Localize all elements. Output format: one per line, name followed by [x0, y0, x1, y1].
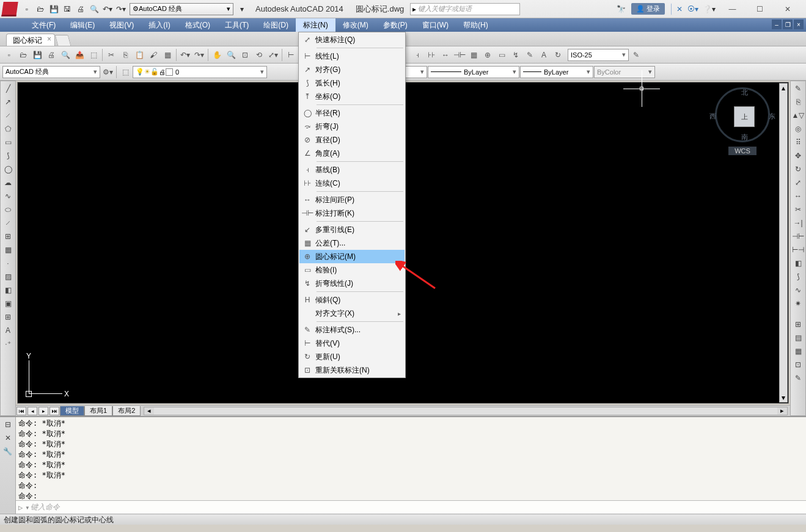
rotate-icon[interactable]: ↻: [791, 163, 805, 175]
lineweight-combo[interactable]: ByLayer ▾: [520, 66, 593, 78]
tb-cut-icon[interactable]: ✂: [104, 48, 118, 62]
menu-window[interactable]: 窗口(W): [415, 18, 456, 32]
menu-view[interactable]: 视图(V): [102, 18, 141, 32]
mirror-icon[interactable]: ▲▽: [791, 109, 805, 122]
menu-item[interactable]: ◯半径(R): [299, 106, 405, 120]
tab-next-icon[interactable]: ▸: [38, 407, 48, 415]
menu-item[interactable]: H倾斜(Q): [299, 293, 405, 307]
extend-icon[interactable]: →|: [791, 217, 805, 229]
minimize-button[interactable]: —: [719, 3, 746, 15]
menu-item[interactable]: ▦公差(T)...: [299, 236, 405, 250]
saveas-icon[interactable]: 🖫: [61, 3, 73, 15]
scroll-right-icon[interactable]: ▸: [777, 407, 787, 415]
dim-linear-icon[interactable]: ⊢: [284, 48, 298, 62]
dimstyle-combo[interactable]: ISO-25 ▾: [568, 49, 629, 61]
scale-icon[interactable]: ⤢: [791, 177, 805, 189]
menu-item[interactable]: ⟆弧长(H): [299, 76, 405, 90]
tb-block-icon[interactable]: ▦: [161, 48, 174, 62]
menu-item[interactable]: ⊡重新关联标注(N): [299, 363, 405, 377]
tb-zoomwin-icon[interactable]: ⊡: [238, 48, 252, 62]
layout-tab-2[interactable]: 布局2: [112, 406, 141, 416]
props-icon[interactable]: ⊞: [791, 318, 805, 330]
dim-update-icon[interactable]: ↻: [551, 48, 565, 62]
scroll-up-icon[interactable]: ▴: [780, 84, 787, 92]
menu-item[interactable]: ⤒坐标(O): [299, 90, 405, 103]
block-icon[interactable]: ▦: [1, 244, 15, 256]
dim-space-icon[interactable]: ↔: [439, 48, 452, 62]
menu-item[interactable]: ↗对齐(G): [299, 63, 405, 76]
tb-paste-icon[interactable]: 📋: [133, 48, 146, 62]
document-tab[interactable]: 圆心标记 ×: [6, 34, 55, 46]
markup-icon[interactable]: ✎: [791, 372, 805, 384]
mtext-icon[interactable]: A: [1, 324, 15, 337]
vertical-scrollbar[interactable]: ▴ ▾: [779, 83, 788, 403]
circle-icon[interactable]: ◯: [1, 163, 15, 175]
tb-preview-icon[interactable]: 🔍: [59, 48, 72, 62]
tb-copy-icon[interactable]: ⎘: [119, 48, 132, 62]
print-icon[interactable]: 🖨: [75, 3, 87, 15]
pline-icon[interactable]: ⟋: [1, 109, 15, 122]
line-icon[interactable]: ╱: [1, 82, 15, 95]
mdi-close[interactable]: ×: [794, 20, 804, 29]
hatch-icon[interactable]: ▨: [1, 271, 15, 283]
array-icon[interactable]: ⠿: [791, 136, 805, 148]
gear-icon[interactable]: ⚙▾: [101, 65, 114, 79]
tb-3d-icon[interactable]: ⬚: [87, 48, 100, 62]
dim-edit-icon[interactable]: ✎: [523, 48, 537, 62]
scroll-down-icon[interactable]: ▾: [780, 393, 787, 402]
viewcube-north[interactable]: 北: [741, 88, 748, 97]
save-icon[interactable]: 💾: [48, 3, 60, 15]
dim-continue-icon[interactable]: ⊦⊦: [425, 48, 438, 62]
workspace-combo[interactable]: AutoCAD 经典 ▾: [2, 66, 100, 78]
menu-item[interactable]: ⊢替代(V): [299, 337, 405, 350]
blend-icon[interactable]: ∿: [791, 284, 805, 296]
tb-new-icon[interactable]: ▫: [2, 48, 16, 62]
tb-zoomprev-icon[interactable]: ⟲: [252, 48, 266, 62]
dim-tol-icon[interactable]: ▦: [467, 48, 480, 62]
menu-item[interactable]: ↻更新(U): [299, 350, 405, 363]
polygon-icon[interactable]: ⬠: [1, 123, 15, 135]
spline-icon[interactable]: ∿: [1, 190, 15, 202]
maximize-button[interactable]: ☐: [746, 3, 774, 15]
menu-insert[interactable]: 插入(I): [141, 18, 177, 32]
open-icon[interactable]: 🗁: [34, 3, 46, 15]
cmd-wrench-icon[interactable]: 🔧: [1, 445, 15, 457]
tool-icon[interactable]: ▦: [791, 345, 805, 357]
arc-icon[interactable]: ⟆: [1, 150, 15, 162]
binoculars-icon[interactable]: 🔭: [615, 3, 628, 15]
dim-style-icon[interactable]: ✎: [629, 48, 643, 62]
menu-tools[interactable]: 工具(T): [218, 18, 256, 32]
menu-item[interactable]: ⊢线性(L): [299, 49, 405, 63]
erase-icon[interactable]: ✎: [791, 82, 805, 95]
exchange-icon[interactable]: ✕: [671, 3, 683, 15]
menu-item[interactable]: ↔标注间距(P): [299, 193, 405, 206]
xline-icon[interactable]: ↗: [1, 96, 15, 108]
menu-draw[interactable]: 绘图(D): [256, 18, 296, 32]
menu-file[interactable]: 文件(F): [24, 18, 63, 32]
menu-item[interactable]: ⊦⊦连续(C): [299, 177, 405, 190]
tb-match-icon[interactable]: 🖌: [147, 48, 160, 62]
gradient-icon[interactable]: ◧: [1, 284, 15, 296]
fillet-icon[interactable]: ⟆: [791, 271, 805, 283]
dim-baseline-icon[interactable]: ⫞: [411, 48, 424, 62]
viewcube-face[interactable]: 上: [734, 106, 755, 127]
layout-tab-1[interactable]: 布局1: [84, 406, 112, 416]
redo-icon[interactable]: ↷▾: [115, 3, 127, 15]
explode-icon[interactable]: ✷: [791, 297, 805, 310]
stretch-icon[interactable]: ↔: [791, 190, 805, 202]
help-icon[interactable]: ❔▾: [703, 3, 715, 15]
dim-joglin-icon[interactable]: ↯: [509, 48, 522, 62]
menu-item[interactable]: ∠角度(A): [299, 147, 405, 160]
linetype-combo[interactable]: ByLayer ▾: [428, 66, 519, 78]
chamfer-icon[interactable]: ◧: [791, 257, 805, 269]
menu-item[interactable]: 对齐文字(X)▸: [299, 307, 405, 320]
tab-prev-icon[interactable]: ◂: [27, 407, 37, 415]
copy-icon[interactable]: ⎘: [791, 96, 805, 108]
rect-icon[interactable]: ▭: [1, 136, 15, 148]
mdi-restore[interactable]: ❐: [783, 20, 793, 29]
tb-undo-icon[interactable]: ↶▾: [178, 48, 192, 62]
search-box[interactable]: ▸ 键入关键字或短语: [410, 3, 520, 15]
menu-item[interactable]: ⤼折弯(J): [299, 120, 405, 133]
preview-icon[interactable]: 🔍: [88, 3, 100, 15]
tb-redo-icon[interactable]: ↷▾: [192, 48, 206, 62]
